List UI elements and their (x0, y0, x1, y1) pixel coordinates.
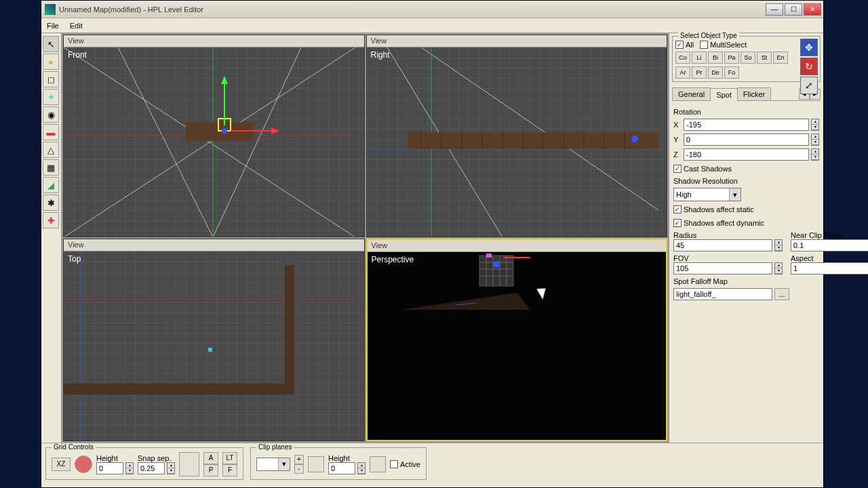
svg-rect-17 (408, 132, 658, 149)
grid-height-input[interactable] (96, 462, 123, 474)
filter-so[interactable]: So (741, 52, 755, 64)
filter-st[interactable]: St (757, 52, 772, 64)
radius-input[interactable] (673, 239, 772, 251)
clip-active-checkbox[interactable] (390, 460, 398, 468)
app-icon (45, 4, 56, 15)
entity-tool-icon[interactable]: ▬ (43, 124, 59, 140)
f-button[interactable]: F (222, 464, 237, 476)
filter-ar[interactable]: Ar (675, 66, 690, 79)
svg-point-43 (493, 261, 500, 268)
clip-plane-button[interactable] (308, 456, 324, 472)
spinner-icon[interactable]: ▴▾ (125, 462, 134, 474)
falloff-input[interactable] (673, 288, 772, 300)
combine-tool-icon[interactable]: ✚ (43, 212, 59, 228)
menubar: File Edit (41, 18, 823, 33)
filter-pr[interactable]: Pr (692, 66, 707, 79)
falloff-label: Spot Falloff Map (673, 277, 819, 285)
spinner-icon[interactable]: ▴▾ (357, 462, 366, 474)
snap-input[interactable] (138, 462, 165, 474)
viewport-front[interactable]: View Front (63, 35, 365, 237)
spinner-icon[interactable]: ▴▾ (811, 134, 819, 146)
left-toolbar: ↖ ● ◻ ✦ ◉ ▬ △ ▦ ◢ ✱ ✚ (41, 33, 62, 443)
viewport-header[interactable]: View (64, 239, 364, 251)
spinner-icon[interactable]: ▴▾ (811, 119, 819, 131)
aspect-input[interactable] (791, 262, 868, 274)
affect-static-label: Shadows affect static (684, 205, 754, 214)
svg-rect-35 (479, 256, 513, 286)
spinner-icon[interactable]: ▴▾ (811, 148, 819, 161)
titlebar[interactable]: Unnamed Map(modified) - HPL Level Editor… (41, 1, 823, 18)
affect-dynamic-label: Shadows affect dynamic (684, 219, 764, 227)
clip-remove-button[interactable]: - (294, 464, 304, 474)
all-checkbox[interactable]: ✓ (675, 41, 684, 49)
move-gizmo-icon[interactable]: ✥ (800, 39, 818, 56)
filter-co[interactable]: Co (675, 52, 690, 64)
affect-dynamic-checkbox[interactable]: ✓ (673, 219, 682, 227)
close-button[interactable]: ✕ (804, 3, 821, 16)
minimize-button[interactable]: — (766, 3, 783, 16)
menu-edit[interactable]: Edit (70, 22, 83, 30)
a-button[interactable]: A (203, 452, 218, 464)
spinner-icon[interactable]: ▴▾ (774, 262, 783, 274)
tab-general[interactable]: General (672, 87, 711, 100)
multiselect-label: MultiSelect (710, 41, 747, 49)
rotation-label: Rotation (673, 108, 819, 116)
viewport-header[interactable]: View (368, 240, 667, 252)
filter-li[interactable]: Li (692, 52, 707, 64)
filter-en[interactable]: En (773, 52, 788, 64)
rotation-x-input[interactable] (684, 119, 809, 131)
x-label: X (673, 121, 682, 129)
svg-point-29 (631, 136, 638, 142)
sound-tool-icon[interactable]: ◉ (43, 106, 59, 123)
rotation-z-input[interactable] (684, 148, 809, 161)
grid-toggle-icon[interactable] (75, 455, 92, 473)
viewport-top[interactable]: View Top (63, 239, 365, 441)
affect-static-checkbox[interactable]: ✓ (673, 205, 682, 214)
select-tool-icon[interactable]: ↖ (43, 36, 59, 52)
p-button[interactable]: P (203, 464, 218, 476)
filter-de[interactable]: De (708, 66, 723, 79)
filter-pa[interactable]: Pa (724, 52, 739, 64)
viewport-header[interactable]: View (64, 35, 364, 47)
viewport-perspective[interactable]: View Perspective (366, 239, 668, 441)
snap-toggle-button[interactable] (179, 452, 199, 476)
svg-rect-33 (285, 265, 294, 394)
particle-tool-icon[interactable]: ✦ (43, 89, 59, 105)
menu-file[interactable]: File (47, 22, 59, 30)
svg-marker-9 (221, 76, 228, 84)
svg-marker-11 (271, 127, 279, 134)
svg-rect-44 (486, 253, 492, 258)
shadow-res-select[interactable]: High (673, 188, 741, 201)
svg-line-3 (213, 47, 301, 237)
compound-tool-icon[interactable]: ▦ (43, 159, 59, 176)
filter-fo[interactable]: Fo (724, 66, 739, 79)
tab-flicker[interactable]: Flicker (737, 87, 771, 100)
viewport-header[interactable]: View (367, 35, 667, 47)
fov-label: FOV (673, 254, 783, 262)
light-tool-icon[interactable]: ● (43, 54, 59, 70)
area-tool-icon[interactable]: △ (43, 142, 59, 158)
decal-tool-icon[interactable]: ◢ (43, 177, 59, 193)
filter-bi[interactable]: Bi (708, 52, 723, 64)
near-clip-input[interactable] (791, 239, 868, 251)
maximize-button[interactable]: ☐ (785, 3, 802, 16)
rotate-gizmo-icon[interactable]: ↻ (800, 58, 818, 75)
box-tool-icon[interactable]: ◻ (43, 71, 59, 87)
viewport-right[interactable]: View Right (366, 35, 668, 237)
cast-shadows-checkbox[interactable]: ✓ (673, 165, 682, 173)
multiselect-checkbox[interactable] (700, 41, 708, 49)
spinner-icon[interactable]: ▴▾ (167, 462, 175, 474)
clip-select[interactable] (256, 458, 290, 471)
spinner-icon[interactable]: ▴▾ (774, 239, 783, 251)
fog-tool-icon[interactable]: ✱ (43, 195, 59, 211)
tab-spot[interactable]: Spot (710, 88, 738, 101)
scale-gizmo-icon[interactable]: ⤢ (800, 77, 818, 94)
clip-add-button[interactable]: + (294, 455, 304, 464)
clip-color-button[interactable] (370, 456, 386, 472)
fov-input[interactable] (673, 262, 772, 274)
browse-falloff-button[interactable]: ... (774, 288, 789, 300)
lt-button[interactable]: LT (222, 452, 237, 464)
rotation-y-input[interactable] (684, 134, 809, 146)
clip-height-input[interactable] (328, 462, 355, 474)
grid-plane-button[interactable]: XZ (52, 458, 71, 471)
